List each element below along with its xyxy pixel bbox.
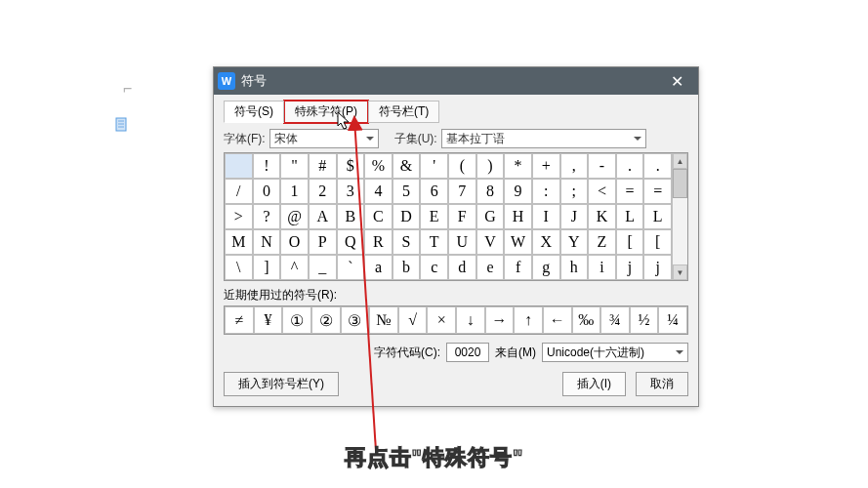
char-cell[interactable]: 2: [309, 179, 337, 204]
char-cell[interactable]: J: [560, 204, 589, 229]
tab-symbol-bar[interactable]: 符号栏(T): [368, 101, 439, 123]
char-cell[interactable]: 0: [253, 179, 281, 204]
char-cell[interactable]: L: [616, 204, 644, 229]
char-cell[interactable]: M: [225, 229, 253, 255]
char-cell[interactable]: -: [588, 153, 616, 179]
subset-select[interactable]: 基本拉丁语: [441, 129, 646, 148]
char-cell[interactable]: <: [588, 179, 616, 204]
char-cell[interactable]: Z: [588, 229, 616, 255]
char-cell[interactable]: \: [225, 255, 253, 280]
scroll-up-button[interactable]: ▲: [673, 153, 687, 169]
recent-symbol-cell[interactable]: ¼: [658, 306, 687, 334]
char-cell[interactable]: >: [225, 204, 253, 229]
char-cell[interactable]: ): [476, 153, 505, 179]
char-cell[interactable]: +: [532, 153, 560, 179]
char-cell[interactable]: D: [393, 204, 421, 229]
char-cell[interactable]: ?: [253, 204, 281, 229]
recent-symbol-cell[interactable]: ≠: [225, 306, 254, 334]
char-cell[interactable]: 3: [337, 179, 365, 204]
recent-symbol-cell[interactable]: ×: [427, 306, 456, 334]
char-cell[interactable]: [225, 153, 253, 179]
char-cell[interactable]: K: [588, 204, 616, 229]
char-cell[interactable]: &: [393, 153, 421, 179]
recent-symbol-cell[interactable]: ¥: [254, 306, 283, 334]
recent-symbol-cell[interactable]: №: [369, 306, 398, 334]
char-cell[interactable]: _: [309, 255, 337, 280]
recent-symbol-cell[interactable]: ①: [282, 306, 311, 334]
char-cell[interactable]: !: [253, 153, 281, 179]
char-cell[interactable]: ;: [560, 179, 589, 204]
char-cell[interactable]: %: [364, 153, 393, 179]
char-cell[interactable]: R: [364, 229, 393, 255]
char-cell[interactable]: U: [448, 229, 476, 255]
char-cell[interactable]: $: [337, 153, 365, 179]
char-cell[interactable]: E: [420, 204, 448, 229]
char-cell[interactable]: (: [448, 153, 476, 179]
scroll-down-button[interactable]: ▼: [673, 264, 687, 280]
char-cell[interactable]: Q: [337, 229, 365, 255]
char-cell[interactable]: 4: [364, 179, 393, 204]
scroll-thumb[interactable]: [673, 169, 687, 198]
char-cell[interactable]: 9: [504, 179, 532, 204]
char-cell[interactable]: :: [532, 179, 560, 204]
char-cell[interactable]: [: [643, 229, 672, 255]
char-cell[interactable]: ": [280, 153, 309, 179]
char-cell[interactable]: c: [420, 255, 448, 280]
char-cell[interactable]: L: [643, 204, 672, 229]
char-cell[interactable]: X: [532, 229, 560, 255]
char-cell[interactable]: 5: [393, 179, 421, 204]
char-cell[interactable]: ^: [280, 255, 309, 280]
cancel-button[interactable]: 取消: [636, 372, 688, 396]
char-cell[interactable]: G: [476, 204, 505, 229]
char-cell[interactable]: S: [393, 229, 421, 255]
char-cell[interactable]: F: [448, 204, 476, 229]
char-cell[interactable]: V: [476, 229, 505, 255]
char-cell[interactable]: j: [616, 255, 644, 280]
char-cell[interactable]: Y: [560, 229, 589, 255]
scrollbar[interactable]: ▲ ▼: [672, 153, 687, 280]
char-cell[interactable]: 1: [280, 179, 309, 204]
tab-symbols[interactable]: 符号(S): [224, 101, 284, 123]
char-cell[interactable]: ,: [560, 153, 589, 179]
char-cell[interactable]: 8: [476, 179, 505, 204]
char-cell[interactable]: i: [588, 255, 616, 280]
char-cell[interactable]: O: [280, 229, 309, 255]
char-cell[interactable]: a: [364, 255, 393, 280]
char-cell[interactable]: I: [532, 204, 560, 229]
char-cell[interactable]: .: [643, 153, 672, 179]
char-cell[interactable]: @: [280, 204, 309, 229]
char-code-input[interactable]: 0020: [446, 343, 489, 362]
recent-symbol-cell[interactable]: ‰: [572, 306, 601, 334]
char-cell[interactable]: 6: [420, 179, 448, 204]
char-cell[interactable]: H: [504, 204, 532, 229]
char-cell[interactable]: h: [560, 255, 589, 280]
insert-button[interactable]: 插入(I): [562, 372, 626, 396]
recent-symbol-cell[interactable]: ②: [311, 306, 341, 334]
char-cell[interactable]: A: [309, 204, 337, 229]
char-cell[interactable]: e: [476, 255, 505, 280]
recent-symbol-cell[interactable]: ←: [543, 306, 572, 334]
from-select[interactable]: Unicode(十六进制): [542, 343, 688, 362]
recent-symbol-cell[interactable]: ¾: [600, 306, 630, 334]
close-button[interactable]: ✕: [659, 67, 694, 95]
tab-special-chars[interactable]: 特殊字符(P): [284, 101, 368, 123]
char-cell[interactable]: P: [309, 229, 337, 255]
char-cell[interactable]: T: [420, 229, 448, 255]
char-cell[interactable]: =: [643, 179, 672, 204]
char-cell[interactable]: f: [504, 255, 532, 280]
insert-to-bar-button[interactable]: 插入到符号栏(Y): [224, 372, 339, 396]
recent-symbol-cell[interactable]: ↑: [514, 306, 543, 334]
recent-symbol-cell[interactable]: ½: [630, 306, 659, 334]
recent-symbol-cell[interactable]: ③: [341, 306, 370, 334]
char-cell[interactable]: j: [643, 255, 672, 280]
char-cell[interactable]: `: [337, 255, 365, 280]
recent-symbol-cell[interactable]: ↓: [456, 306, 485, 334]
char-cell[interactable]: *: [504, 153, 532, 179]
char-cell[interactable]: C: [364, 204, 393, 229]
char-cell[interactable]: =: [616, 179, 644, 204]
font-select[interactable]: 宋体: [269, 129, 379, 148]
char-cell[interactable]: g: [532, 255, 560, 280]
char-cell[interactable]: B: [337, 204, 365, 229]
char-cell[interactable]: N: [253, 229, 281, 255]
char-cell[interactable]: W: [504, 229, 532, 255]
